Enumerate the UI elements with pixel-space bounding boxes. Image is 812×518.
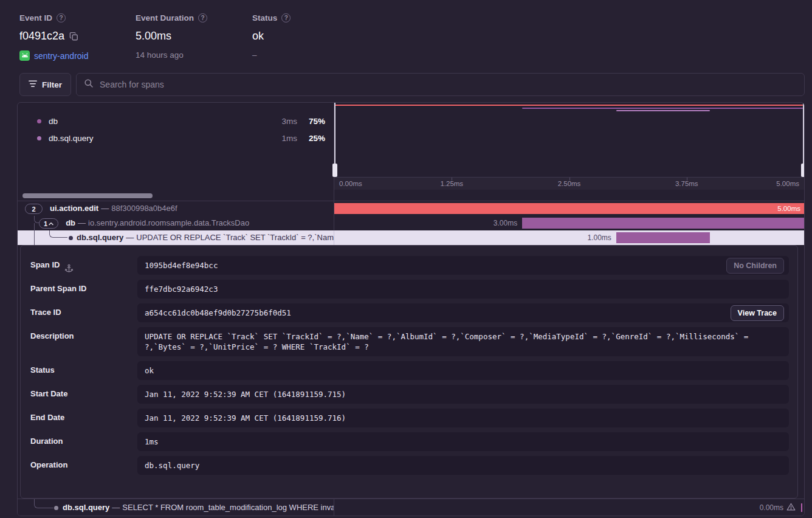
span-row-db[interactable]: 1 db—io.sentry.android.roomsample.data.T… xyxy=(18,216,804,230)
detail-label: Span ID xyxy=(30,260,60,269)
parent-span-id-value: ffe7dbc92a6942c3 xyxy=(137,280,789,299)
detail-row-end-date: End Date Jan 11, 2022 9:52:39 AM CET (16… xyxy=(30,409,789,427)
filter-button[interactable]: Filter xyxy=(19,73,71,96)
op-name: db xyxy=(49,117,272,126)
detail-row-operation: Operation db.sql.query xyxy=(30,456,789,475)
op-percent: 25% xyxy=(297,134,325,143)
span-op: db.sql.query xyxy=(63,503,109,512)
event-id-block: Event ID ? f0491c2a xyxy=(19,13,136,68)
spans-toolbar: Filter xyxy=(19,73,805,96)
search-icon xyxy=(84,78,94,91)
op-duration: 1ms xyxy=(272,134,297,143)
end-date-value: Jan 11, 2022 9:52:39 AM CET (1641891159.… xyxy=(137,409,789,427)
event-status-block: Status ? ok – xyxy=(252,13,291,68)
axis-tick-label: 3.75ms xyxy=(675,180,698,187)
detail-label: Start Date xyxy=(30,389,67,398)
op-duration: 3ms xyxy=(272,117,297,126)
status-label: Status xyxy=(252,13,277,22)
leaf-dot xyxy=(54,506,58,510)
filter-icon xyxy=(29,80,37,89)
event-id-label: Event ID xyxy=(19,13,52,22)
span-bar-db-sql-query[interactable] xyxy=(616,232,710,243)
event-duration-value: 5.00ms xyxy=(136,30,171,43)
detail-row-trace-id: Trace ID a654cc61dc0b48ef9d0b27275b6f0d5… xyxy=(30,303,789,322)
detail-row-start-date: Start Date Jan 11, 2022 9:52:39 AM CET (… xyxy=(30,385,789,404)
tree-connector xyxy=(49,230,67,238)
anchor-icon[interactable] xyxy=(64,264,74,275)
event-header: Event ID ? f0491c2a xyxy=(0,0,812,68)
span-detail-page: Event ID ? f0491c2a xyxy=(0,0,812,518)
ops-breakdown-row-db: db 3ms 75% xyxy=(37,112,325,130)
view-trace-button[interactable]: View Trace xyxy=(731,305,784,321)
status-value: ok xyxy=(252,30,264,43)
minimap-left-handle[interactable] xyxy=(334,103,335,177)
detail-label: End Date xyxy=(30,413,64,422)
minimap-span-ui-action-edit xyxy=(334,105,803,106)
no-children-badge: No Children xyxy=(726,258,784,274)
span-detail-panel: Span ID 1095bd4ef8e94bcc No Children Par… xyxy=(20,245,798,499)
op-name: db.sql.query xyxy=(49,134,272,143)
tree-scrollbar-row xyxy=(18,190,804,201)
span-desc: io.sentry.android.roomsample.data.Tracks… xyxy=(88,218,249,227)
detail-row-status: Status ok xyxy=(30,361,789,380)
leaf-dot xyxy=(69,236,73,240)
detail-row-parent-span-id: Parent Span ID ffe7dbc92a6942c3 xyxy=(30,280,789,299)
span-bar-db[interactable] xyxy=(522,218,804,229)
minimap-span-db xyxy=(522,108,803,109)
tree-line xyxy=(34,230,35,245)
start-date-value: Jan 11, 2022 9:52:39 AM CET (1641891159.… xyxy=(137,385,789,404)
tree-line xyxy=(34,223,35,230)
help-icon[interactable]: ? xyxy=(281,13,291,22)
children-count-badge[interactable]: 2 xyxy=(25,204,43,214)
status-value: ok xyxy=(137,361,789,380)
horizontal-scrollbar-thumb[interactable] xyxy=(22,193,153,198)
operation-value: db.sql.query xyxy=(137,456,789,475)
op-percent: 75% xyxy=(297,117,325,126)
span-row-db-sql-query-selected[interactable]: db.sql.query—UPDATE OR REPLACE `Track` S… xyxy=(18,230,804,245)
zero-duration-span-marker xyxy=(801,503,802,512)
detail-row-description: Description UPDATE OR REPLACE `Track` SE… xyxy=(30,327,789,356)
span-desc: UPDATE OR REPLACE `Track` SET `TrackId` … xyxy=(136,233,334,242)
ops-breakdown: db 3ms 75% db.sql.query 1ms 25% xyxy=(18,103,334,190)
span-search xyxy=(76,73,805,96)
tree-connector xyxy=(34,499,53,508)
detail-label: Parent Span ID xyxy=(30,284,86,293)
description-value: UPDATE OR REPLACE `Track` SET `TrackId` … xyxy=(137,327,789,356)
filter-button-label: Filter xyxy=(42,80,62,89)
span-id-value: 1095bd4ef8e94bcc xyxy=(137,256,789,275)
detail-label: Operation xyxy=(30,460,67,469)
span-duration-label: 3.00ms xyxy=(494,218,517,229)
span-op: db xyxy=(66,218,75,227)
span-row-db-sql-query-select[interactable]: db.sql.query—SELECT * FROM room_table_mo… xyxy=(18,499,804,516)
event-id-value: f0491c2a xyxy=(19,30,64,43)
tree-connector xyxy=(34,216,39,223)
trace-minimap[interactable]: 0.00ms 1.25ms 2.50ms 3.75ms 5.00ms xyxy=(334,103,804,190)
axis-tick-label: 5.00ms xyxy=(776,180,799,187)
minimap-canvas[interactable] xyxy=(334,103,804,177)
op-color-dot xyxy=(37,119,41,123)
trace-id-value: a654cc61dc0b48ef9d0b27275b6f0d51 xyxy=(137,303,789,322)
detail-row-duration: Duration 1ms xyxy=(30,432,789,451)
span-duration-label: 0.00ms xyxy=(760,503,783,512)
event-duration-block: Event Duration ? 5.00ms 14 hours ago xyxy=(136,13,252,68)
expand-collapse-badge[interactable]: 1 xyxy=(39,218,58,229)
minimap-right-handle[interactable] xyxy=(803,103,804,177)
axis-tick-label: 0.00ms xyxy=(339,180,362,187)
axis-tick-label: 1.25ms xyxy=(440,180,463,187)
detail-label: Description xyxy=(30,331,74,340)
project-link[interactable]: sentry-android xyxy=(34,51,89,61)
help-icon[interactable]: ? xyxy=(198,13,207,22)
help-icon[interactable]: ? xyxy=(57,13,66,22)
search-input[interactable] xyxy=(100,80,797,89)
event-duration-label: Event Duration xyxy=(136,13,194,22)
minimap-span-db-sql-query xyxy=(616,110,710,111)
axis-tick-label: 2.50ms xyxy=(558,180,581,187)
span-row-ui-action-edit[interactable]: 2 ui.action.edit—88f300998a0b4e6f 5.00ms xyxy=(18,201,804,216)
event-age: 14 hours ago xyxy=(136,50,184,60)
time-axis: 0.00ms 1.25ms 2.50ms 3.75ms 5.00ms xyxy=(334,177,804,190)
trace-view-panel: db 3ms 75% db.sql.query 1ms 25% xyxy=(17,102,805,516)
copy-icon[interactable] xyxy=(69,32,79,41)
status-sub: – xyxy=(252,50,257,60)
span-op: db.sql.query xyxy=(77,233,123,242)
span-bar-ui-action-edit[interactable]: 5.00ms xyxy=(334,203,804,214)
